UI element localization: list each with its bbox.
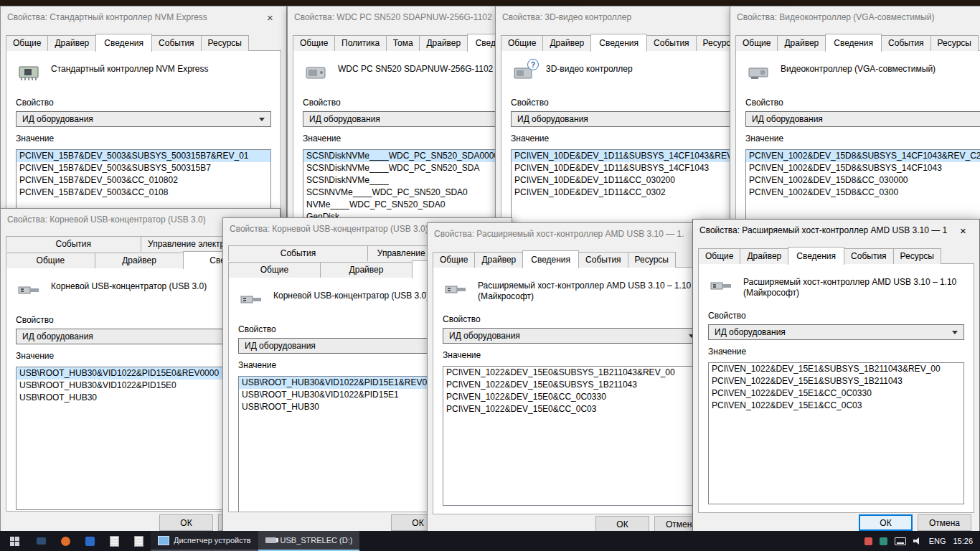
tab-strip: Общие Драйвер Сведения События Ресурсы xyxy=(428,245,716,268)
titlebar[interactable]: Свойства: Стандартный контроллер NVM Exp… xyxy=(1,6,286,28)
ok-button[interactable]: ОК xyxy=(595,516,649,532)
tab-general[interactable]: Общие xyxy=(6,35,48,51)
list-item[interactable]: PCI\VEN_15B7&DEV_5003&CC_0108 xyxy=(17,187,270,199)
close-icon[interactable]: × xyxy=(254,6,286,28)
list-item[interactable]: PCI\VEN_15B7&DEV_5003&SUBSYS_500315B7 xyxy=(17,162,270,174)
list-item[interactable]: PCI\VEN_1002&DEV_15D8&SUBSYS_14CF1043 xyxy=(746,162,980,174)
tab-general[interactable]: Общие xyxy=(228,262,321,278)
tab-policy[interactable]: Политика xyxy=(334,35,387,51)
tab-driver[interactable]: Драйвер xyxy=(419,35,467,51)
tray-app-icon-teal[interactable] xyxy=(880,537,887,545)
tab-general[interactable]: Общие xyxy=(433,252,475,268)
taskbar-window-usb-strelec[interactable]: USB_STRELEC (D:) xyxy=(258,531,360,551)
list-item[interactable]: PCI\VEN_1002&DEV_15D8&SUBSYS_14CF1043&RE… xyxy=(746,150,980,162)
tab-general[interactable]: Общие xyxy=(293,35,335,51)
usb-connector-icon xyxy=(238,288,264,312)
tab-general[interactable]: Общие xyxy=(6,253,95,268)
pinned-app-m[interactable] xyxy=(77,531,102,551)
values-listbox[interactable]: PCI\VEN_1022&DEV_15E1&SUBSYS_1B211043&RE… xyxy=(708,362,964,504)
start-button[interactable] xyxy=(0,531,29,551)
list-item[interactable]: PCI\VEN_15B7&DEV_5003&SUBSYS_500315B7&RE… xyxy=(17,150,270,162)
titlebar[interactable]: Свойства: Расширяемый хост-контроллер AM… xyxy=(693,220,979,241)
tab-resources[interactable]: Ресурсы xyxy=(628,252,676,268)
property-combobox-value: ИД оборудования xyxy=(449,331,520,341)
ok-button[interactable]: ОК xyxy=(859,514,913,531)
dialog-amd-xhci-1: Свойства: Расширяемый хост-контроллер AM… xyxy=(427,222,717,538)
tab-strip: Общие Драйвер Сведения События Ресурсы xyxy=(730,28,980,51)
list-item[interactable]: PCI\VEN_1002&DEV_15D8&CC_030000 xyxy=(746,174,980,187)
value-label: Значение xyxy=(16,133,271,143)
tab-details[interactable]: Сведения xyxy=(590,34,647,52)
tab-general[interactable]: Общие xyxy=(735,35,778,51)
list-item[interactable]: PCI\VEN_1002&DEV_15D8&CC_0300 xyxy=(746,187,980,199)
titlebar[interactable]: Свойства: Видеоконтроллер (VGA-совместим… xyxy=(730,6,980,28)
tab-strip: Общие Драйвер Сведения События Ресурсы xyxy=(1,28,286,51)
list-item[interactable]: PCI\VEN_15B7&DEV_5003&CC_010802 xyxy=(17,174,270,187)
tab-events[interactable]: События xyxy=(6,236,141,252)
usb-connector-icon xyxy=(708,275,734,298)
nvme-chip-icon xyxy=(16,62,42,85)
property-combobox[interactable]: ИД оборудования xyxy=(708,324,964,340)
pinned-app-browser[interactable] xyxy=(53,531,77,551)
tab-events[interactable]: События xyxy=(228,245,368,261)
list-item[interactable]: PCI\VEN_1022&DEV_15E1&CC_0C03 xyxy=(709,400,963,412)
tab-details[interactable]: Сведения xyxy=(522,250,579,268)
tab-events[interactable]: События xyxy=(881,35,931,51)
tab-page: Расширяемый хост-контроллер AMD USB 3.10… xyxy=(433,267,711,514)
desktop: { "labels": { "property": "Свойство", "v… xyxy=(0,0,980,551)
ok-button[interactable]: ОК xyxy=(159,514,213,531)
tab-driver[interactable]: Драйвер xyxy=(474,252,523,268)
tray-app-icon-red[interactable] xyxy=(864,537,872,545)
list-item[interactable]: PCI\VEN_1022&DEV_15E1&SUBSYS_1B211043&RE… xyxy=(709,363,963,375)
property-label: Свойство xyxy=(16,98,271,108)
tab-driver[interactable]: Драйвер xyxy=(95,253,184,268)
volume-icon[interactable] xyxy=(913,537,922,545)
tab-driver[interactable]: Драйвер xyxy=(777,35,826,51)
list-item[interactable]: PCI\VEN_1022&DEV_15E1&SUBSYS_1B211043 xyxy=(709,375,963,387)
chevron-down-icon xyxy=(259,118,265,121)
list-item[interactable]: PCI\VEN_1022&DEV_15E0&SUBSYS_1B211043&RE… xyxy=(443,367,700,379)
tab-resources[interactable]: Ресурсы xyxy=(201,35,249,51)
touch-keyboard-icon[interactable] xyxy=(895,537,906,545)
taskbar: Диспетчер устройств USB_STRELEC (D:) ENG… xyxy=(0,531,980,551)
list-item[interactable]: PCI\VEN_1022&DEV_15E0&CC_0C03 xyxy=(443,403,700,415)
cancel-button[interactable]: Отмена xyxy=(918,514,971,531)
titlebar[interactable]: Свойства: Расширяемый хост-контроллер AM… xyxy=(428,223,716,245)
tab-driver[interactable]: Драйвер xyxy=(740,248,788,264)
pinned-app-notepad-2[interactable] xyxy=(126,531,151,551)
property-combobox[interactable]: ИД оборудования xyxy=(443,328,701,344)
list-item[interactable]: PCI\VEN_1022&DEV_15E1&CC_0C0330 xyxy=(709,387,963,400)
tab-driver[interactable]: Драйвер xyxy=(320,262,413,278)
device-name: Видеоконтроллер (VGA-совместимый) xyxy=(781,62,936,75)
values-listbox[interactable]: PCI\VEN_1022&DEV_15E0&SUBSYS_1B211043&RE… xyxy=(443,366,701,506)
tab-driver[interactable]: Драйвер xyxy=(47,35,96,51)
tab-events[interactable]: События xyxy=(578,252,628,268)
language-indicator[interactable]: ENG xyxy=(929,537,946,545)
property-combobox-value: ИД оборудования xyxy=(517,114,588,124)
list-item[interactable]: PCI\VEN_1022&DEV_15E0&SUBSYS_1B211043 xyxy=(443,379,700,391)
tab-resources[interactable]: Ресурсы xyxy=(893,248,941,264)
pinned-app-briefcase[interactable] xyxy=(29,531,53,551)
pinned-app-notepad-1[interactable] xyxy=(102,531,126,551)
tab-events[interactable]: События xyxy=(844,248,894,264)
tab-events[interactable]: События xyxy=(646,35,697,51)
taskbar-window-label: USB_STRELEC (D:) xyxy=(281,536,353,545)
value-label: Значение xyxy=(443,350,701,360)
taskbar-window-device-manager[interactable]: Диспетчер устройств xyxy=(151,531,258,551)
browser-icon xyxy=(61,537,70,546)
tab-resources[interactable]: Ресурсы xyxy=(930,35,979,51)
close-icon[interactable]: × xyxy=(947,220,979,241)
tab-details[interactable]: Сведения xyxy=(95,34,152,52)
tab-driver[interactable]: Драйвер xyxy=(542,35,591,51)
property-combobox[interactable]: ИД оборудования xyxy=(16,111,271,127)
tab-general[interactable]: Общие xyxy=(698,248,740,264)
tab-details[interactable]: Сведения xyxy=(825,34,882,52)
clock[interactable]: 15:26 xyxy=(953,537,973,545)
chevron-down-icon xyxy=(952,331,958,334)
tab-details[interactable]: Сведения xyxy=(788,247,844,265)
tab-volumes[interactable]: Тома xyxy=(386,35,420,51)
list-item[interactable]: PCI\VEN_1022&DEV_15E0&CC_0C0330 xyxy=(443,391,700,403)
property-combobox[interactable]: ИД оборудования xyxy=(745,111,980,127)
tab-general[interactable]: Общие xyxy=(501,35,543,51)
tab-events[interactable]: События xyxy=(151,35,202,51)
